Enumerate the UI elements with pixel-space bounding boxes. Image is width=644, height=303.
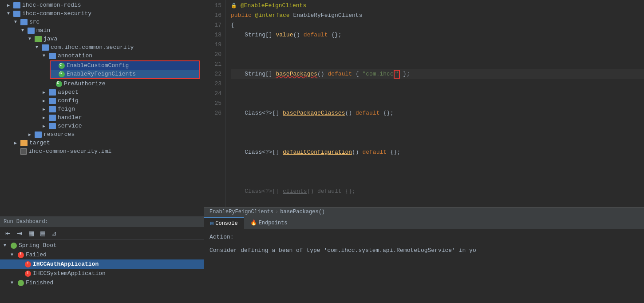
code-line-17: { (231, 20, 644, 30)
tree-item-target[interactable]: target (0, 139, 204, 147)
tree-item-EnableRyFeignClients[interactable]: EnableRyFeignClients (51, 70, 199, 78)
tab-endpoints[interactable]: 🔥 Endpoints (244, 217, 294, 228)
tree-arrow (4, 243, 9, 248)
folder-icon (35, 132, 42, 138)
failed-label: Failed (26, 251, 47, 258)
code-lines: 🔒@EnableFeignClients public @interface E… (225, 0, 644, 207)
spring-boot-icon (11, 243, 17, 249)
tree-arrow (43, 53, 48, 59)
failed-icon (25, 261, 31, 267)
tree-item-service[interactable]: service (0, 122, 204, 130)
run-item-ihcc-system[interactable]: IHCCSystemApplication (0, 269, 204, 278)
folder-icon (35, 36, 42, 42)
finished-icon (18, 280, 24, 286)
run-item-finished[interactable]: Finished (0, 278, 204, 287)
app1-label: IHCCAuthApplication (33, 261, 99, 267)
tree-arrow (11, 280, 16, 286)
main-area: ihcc-common-redis ihcc-common-security s… (0, 0, 644, 216)
breadcrumb-file: EnableRyFeignClients (209, 209, 273, 215)
console-line-action: Action: (209, 233, 639, 242)
tree-label: aspect (58, 89, 79, 96)
tree-label: java (43, 36, 57, 42)
tree-item-main[interactable]: main (0, 26, 204, 35)
code-line-26: Class<?>[] clients() default {}; (231, 187, 644, 196)
console-panel: ▤ Console 🔥 Endpoints Action: Consider d… (204, 217, 644, 303)
code-line-23 (231, 118, 644, 148)
tree-label: com.ihcc.common.security (51, 44, 134, 51)
folder-icon (13, 11, 20, 17)
line-numbers: 15 16 17 18 19 20 21 22 23 24 25 26 (204, 0, 225, 207)
tree-item-iml[interactable]: ihcc-common-security.iml (0, 147, 204, 155)
folder-icon (49, 106, 56, 112)
bottom-panel: Run Dashboard: ⇤ ⇥ ▦ ▤ ⊿ Spring Boot Fai… (0, 216, 644, 303)
tab-console[interactable]: ▤ Console (204, 217, 244, 229)
grid2-button[interactable]: ▤ (38, 229, 47, 238)
run-item-ihcc-auth[interactable]: IHCCAuthApplication (0, 259, 204, 269)
console-tabs: ▤ Console 🔥 Endpoints (204, 217, 644, 229)
tree-item-aspect[interactable]: aspect (0, 88, 204, 96)
class-icon (59, 63, 65, 69)
tree-item-handler[interactable]: handler (0, 113, 204, 122)
tree-arrow (43, 115, 48, 120)
tree-label: config (58, 97, 79, 104)
lock-icon: 🔒 (231, 1, 237, 11)
code-line-21 (231, 79, 644, 108)
code-editor[interactable]: 15 16 17 18 19 20 21 22 23 24 25 26 🔒 (204, 0, 644, 207)
spring-boot-label: Spring Boot (19, 242, 57, 249)
console-line-error: Consider defining a bean of type 'com.ih… (209, 246, 639, 255)
tree-label: main (36, 27, 50, 34)
file-tree-sidebar: ihcc-common-redis ihcc-common-security s… (0, 0, 204, 216)
tree-item-annotation[interactable]: annotation (0, 52, 204, 60)
code-line-25 (231, 157, 644, 187)
tree-label: EnableCustomConfig (67, 62, 129, 69)
tree-item-java[interactable]: java (0, 35, 204, 43)
failed-icon (18, 252, 24, 258)
align-center-button[interactable]: ⇥ (15, 229, 24, 238)
code-line-15: 🔒@EnableFeignClients (231, 1, 644, 11)
tree-label: resources (43, 131, 75, 138)
tree-item-ihcc-common-redis[interactable]: ihcc-common-redis (0, 1, 204, 9)
run-toolbar: ⇤ ⇥ ▦ ▤ ⊿ (0, 227, 204, 240)
tree-label: src (29, 19, 40, 25)
run-dashboard-header: Run Dashboard: (0, 217, 204, 227)
tree-item-PreAuthorize[interactable]: PreAuthorize (0, 80, 204, 88)
run-item-spring-boot[interactable]: Spring Boot (0, 241, 204, 250)
finished-label: Finished (26, 279, 53, 286)
folder-icon (28, 28, 35, 34)
tree-arrow (11, 252, 16, 258)
class-icon (56, 81, 62, 87)
tree-label: target (29, 140, 50, 146)
endpoints-icon: 🔥 (250, 219, 257, 226)
failed-icon (25, 271, 31, 277)
tree-item-EnableCustomConfig[interactable]: EnableCustomConfig (51, 61, 199, 70)
tree-item-package[interactable]: com.ihcc.common.security (0, 43, 204, 52)
tree-label: ihcc-common-redis (22, 2, 81, 8)
tree-arrow (36, 45, 41, 50)
tree-label: handler (58, 114, 82, 121)
tree-arrow (21, 28, 27, 33)
align-left-button[interactable]: ⇤ (4, 229, 12, 238)
iml-icon (20, 148, 27, 155)
tree-arrow (7, 3, 12, 8)
tree-item-ihcc-common-security[interactable]: ihcc-common-security (0, 9, 204, 18)
tree-arrow (7, 11, 12, 16)
run-item-failed[interactable]: Failed (0, 250, 204, 259)
tree-item-src[interactable]: src (0, 18, 204, 26)
code-line-19 (231, 40, 644, 69)
run-dashboard: Run Dashboard: ⇤ ⇥ ▦ ▤ ⊿ Spring Boot Fai… (0, 217, 204, 303)
tree-item-resources[interactable]: resources (0, 130, 204, 139)
tree-label: ihcc-common-security.iml (28, 148, 111, 155)
class-icon (59, 71, 65, 77)
grid1-button[interactable]: ▦ (27, 229, 36, 238)
code-line-24: Class<?>[] defaultConfiguration() defaul… (231, 148, 644, 157)
breadcrumb-method: basePackages() (280, 209, 325, 215)
code-line-18: String[] value() default {}; (231, 30, 644, 40)
folder-icon (42, 44, 49, 51)
console-content: Action: Consider defining a bean of type… (204, 229, 644, 303)
tree-arrow (28, 132, 34, 137)
tree-arrow (43, 98, 48, 104)
filter-button[interactable]: ⊿ (50, 229, 59, 238)
tree-item-feign[interactable]: feign (0, 105, 204, 113)
tree-item-config[interactable]: config (0, 96, 204, 105)
breadcrumb-bar: EnableRyFeignClients › basePackages() (204, 207, 644, 216)
